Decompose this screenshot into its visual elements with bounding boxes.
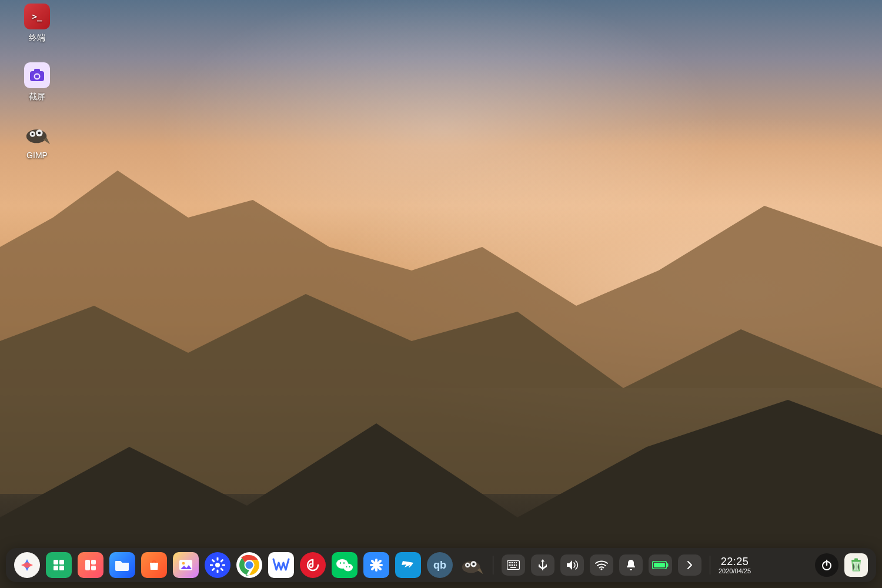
svg-rect-47 xyxy=(509,562,510,563)
svg-rect-14 xyxy=(91,560,96,564)
svg-point-35 xyxy=(346,566,348,567)
svg-point-6 xyxy=(31,133,34,135)
svg-rect-54 xyxy=(512,564,513,566)
svg-point-3 xyxy=(35,75,39,78)
svg-rect-65 xyxy=(854,559,858,560)
svg-rect-55 xyxy=(514,564,515,566)
svg-line-26 xyxy=(213,569,214,570)
svg-rect-51 xyxy=(516,562,517,563)
svg-rect-13 xyxy=(85,560,90,570)
trash-icon xyxy=(850,558,863,572)
dock-separator xyxy=(493,556,493,574)
grid-icon xyxy=(83,558,98,572)
svg-point-45 xyxy=(472,563,475,565)
desktop-icon-gimp[interactable]: GIMP xyxy=(14,121,60,161)
gimp-icon xyxy=(24,122,50,146)
svg-rect-9 xyxy=(54,560,58,564)
tray-wifi[interactable] xyxy=(590,554,613,576)
dock-launcher[interactable] xyxy=(14,552,40,578)
svg-rect-56 xyxy=(516,564,517,566)
svg-line-24 xyxy=(221,569,222,570)
gear-icon xyxy=(210,557,225,573)
svg-rect-48 xyxy=(510,562,512,563)
svg-rect-12 xyxy=(59,566,64,570)
dock-power[interactable] xyxy=(815,553,838,577)
dock-separator xyxy=(710,556,710,574)
chrome-icon xyxy=(239,554,260,576)
tray-keyboard[interactable] xyxy=(502,554,525,576)
tray-notifications[interactable] xyxy=(619,554,643,576)
clock-time: 22:25 xyxy=(721,556,749,567)
dock-appstore[interactable] xyxy=(78,552,103,578)
terminal-icon: >_ xyxy=(32,12,42,22)
dock-trash[interactable] xyxy=(844,553,868,577)
svg-rect-57 xyxy=(510,567,516,568)
dock-files[interactable] xyxy=(109,552,135,578)
asterisk-icon xyxy=(369,558,383,572)
music-icon xyxy=(306,558,320,572)
bell-icon xyxy=(626,559,636,571)
battery-icon xyxy=(652,561,669,569)
dingtalk-icon xyxy=(400,557,416,573)
svg-rect-15 xyxy=(91,566,96,570)
power-icon xyxy=(821,559,833,571)
chevron-right-icon xyxy=(686,560,693,570)
tray-clock[interactable]: 22:25 2020/04/25 xyxy=(719,556,751,574)
dock-chrome[interactable] xyxy=(236,552,262,578)
bag-icon xyxy=(147,558,161,572)
svg-point-8 xyxy=(38,132,41,135)
tray-volume[interactable] xyxy=(560,554,584,576)
clock-date: 2020/04/25 xyxy=(719,568,751,574)
tray-expand[interactable] xyxy=(678,554,701,576)
launcher-icon xyxy=(20,558,34,572)
dock-gimp[interactable] xyxy=(459,552,485,578)
svg-rect-53 xyxy=(510,564,512,566)
dock-music[interactable] xyxy=(300,552,326,578)
svg-point-36 xyxy=(349,566,350,567)
svg-point-58 xyxy=(600,568,602,570)
svg-rect-10 xyxy=(59,560,64,564)
svg-rect-60 xyxy=(667,563,669,567)
dock: qb xyxy=(6,548,876,582)
wps-icon xyxy=(272,558,290,572)
svg-rect-1 xyxy=(34,69,40,72)
gimp-icon xyxy=(460,555,483,575)
dock-tim[interactable] xyxy=(363,552,389,578)
dock-store[interactable] xyxy=(141,552,167,578)
desktop-icon-terminal[interactable]: >_ 终端 xyxy=(14,4,60,43)
desktop[interactable]: >_ 终端 截屏 GIMP xyxy=(0,0,882,588)
dock-wps[interactable] xyxy=(268,552,294,578)
volume-icon xyxy=(566,560,579,570)
svg-point-34 xyxy=(343,562,345,564)
folder-icon xyxy=(115,559,130,572)
desktop-icon-screenshot[interactable]: 截屏 xyxy=(14,62,60,102)
wechat-icon xyxy=(336,557,353,573)
keyboard-icon xyxy=(507,560,520,570)
dock-qbittorrent[interactable]: qb xyxy=(427,552,453,578)
tray-usb[interactable] xyxy=(531,554,554,576)
desktop-icon-label: 终端 xyxy=(14,33,60,43)
tray-battery[interactable] xyxy=(649,554,672,576)
svg-rect-11 xyxy=(54,566,58,570)
dock-dingtalk[interactable] xyxy=(395,552,421,578)
dock-multitasking[interactable] xyxy=(46,552,72,578)
usb-icon xyxy=(537,559,548,572)
svg-line-25 xyxy=(221,560,222,562)
svg-rect-52 xyxy=(509,564,510,566)
svg-rect-49 xyxy=(512,562,513,563)
multitasking-icon xyxy=(52,558,66,572)
svg-line-23 xyxy=(213,560,214,562)
svg-point-32 xyxy=(343,564,353,572)
dock-images[interactable] xyxy=(173,552,199,578)
qbittorrent-icon: qb xyxy=(433,559,446,572)
svg-point-43 xyxy=(467,564,469,566)
svg-rect-61 xyxy=(654,563,665,567)
dock-settings[interactable] xyxy=(205,552,230,578)
svg-point-33 xyxy=(340,562,342,564)
camera-icon xyxy=(29,69,45,82)
svg-point-17 xyxy=(182,562,185,565)
image-icon xyxy=(179,559,193,571)
desktop-icon-label: GIMP xyxy=(14,151,60,161)
dock-wechat[interactable] xyxy=(332,552,358,578)
svg-rect-50 xyxy=(514,562,515,563)
